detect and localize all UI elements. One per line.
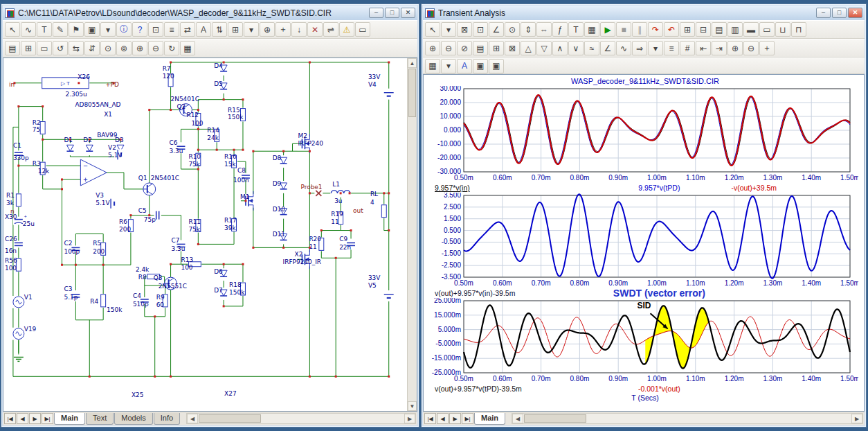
scrollbar-thumb[interactable] [524, 414, 586, 423]
envelope-icon[interactable]: ∿ [616, 41, 631, 55]
smoothing-icon[interactable]: ≈ [584, 41, 599, 55]
legend-item[interactable]: SWDT (vector error) [587, 288, 731, 299]
sheet-view-icon[interactable]: ▦ [180, 41, 195, 55]
grid-toggle-icon[interactable]: ⊞ [489, 41, 504, 55]
vertical-tag-icon[interactable]: ⇕ [521, 22, 536, 37]
wire-mode-icon[interactable]: ∿ [21, 22, 36, 37]
tab-info[interactable]: Info [154, 413, 180, 425]
zoom-out-icon[interactable]: ⊖ [148, 41, 163, 55]
scrollbar-thumb[interactable] [408, 69, 416, 117]
slope-down-icon[interactable]: ↶ [664, 22, 679, 37]
exponent-format-icon[interactable]: # [680, 41, 695, 55]
panel-top-icon[interactable]: ▤ [712, 22, 727, 37]
plot-3[interactable]: 0.50m0.60m0.70m0.80m0.90m1.00m1.10m1.20m… [426, 298, 858, 384]
maximize-button[interactable]: □ [385, 8, 399, 18]
horizontal-axis-icon[interactable]: ⇒ [632, 41, 647, 55]
tab-nav-last-icon[interactable]: ▶| [462, 413, 473, 424]
node-numbers-icon[interactable]: ⊕ [260, 22, 275, 37]
close-button[interactable]: ✕ [401, 8, 415, 18]
zoom-in-icon[interactable]: ⊕ [425, 41, 440, 55]
schematic-titlebar[interactable]: C:\MC11\DATA\Petrov\LDsound\decoder\WASP… [3, 6, 417, 20]
find-repeat-icon[interactable]: ⊚ [116, 41, 132, 55]
zoom-auto-icon[interactable]: ⊘ [457, 41, 472, 55]
tab-nav-next-icon[interactable]: ▶ [29, 413, 41, 424]
scroll-down-icon[interactable]: ▼ [408, 401, 417, 411]
legend-item[interactable]: 9.957*v(tPD) [587, 184, 731, 192]
performance-tag-icon[interactable]: ƒ [552, 22, 568, 37]
expand-plot-icon[interactable]: ⊔ [775, 22, 790, 37]
reverse-icon[interactable]: ⇌ [323, 22, 338, 37]
tab-nav-prev-icon[interactable]: ◀ [17, 413, 28, 424]
text-step-icon[interactable]: ⇅ [212, 22, 227, 37]
add-part-icon[interactable]: ＋ [275, 22, 291, 37]
graphics-mode-icon[interactable]: ✎ [53, 22, 68, 37]
ruler-icon[interactable]: ▽ [536, 41, 552, 55]
zoom-out-icon[interactable]: ⊖ [441, 41, 456, 55]
valley-marker-icon[interactable]: ∨ [568, 41, 584, 55]
stop-icon[interactable]: ■ [616, 22, 631, 37]
pause-icon[interactable]: ∥ [632, 22, 647, 37]
tile-icon[interactable]: ▦ [425, 59, 440, 73]
analysis-titlebar[interactable]: Transient Analysis –□✕ [423, 6, 865, 20]
plot-2[interactable]: 0.50m0.60m0.70m0.80m0.90m1.00m1.10m1.20m… [426, 193, 858, 288]
shrink-cursor-icon[interactable]: ⊖ [743, 41, 759, 55]
last-point-icon[interactable]: ⇥ [712, 41, 727, 55]
component-mode-icon[interactable]: ▣ [84, 22, 100, 37]
tab-main[interactable]: Main [54, 413, 85, 425]
run-icon[interactable]: ▶ [600, 22, 615, 37]
analysis-horizontal-scrollbar[interactable]: ◀ ▶ [512, 413, 863, 424]
region-enable-icon[interactable]: ⊡ [148, 22, 163, 37]
grid-text-icon[interactable]: ⊞ [228, 22, 243, 37]
scale-mode-icon[interactable]: ⊡ [473, 22, 488, 37]
node-snap-icon[interactable]: ⇄ [180, 22, 195, 37]
grid-toggle-icon[interactable]: ⊞ [21, 41, 36, 55]
zoom-in-icon[interactable]: ⊕ [132, 41, 147, 55]
scroll-right-icon[interactable]: ▶ [851, 414, 862, 423]
drc-warning-icon[interactable]: ⚠ [339, 22, 354, 37]
copy-window-icon[interactable]: ▣ [489, 59, 504, 73]
legend-item[interactable]: v(out)+9.957*v(tPD)-39.5m [435, 385, 587, 393]
scroll-left-icon[interactable]: ◀ [512, 414, 523, 423]
delete-icon[interactable]: ✕ [307, 22, 323, 37]
circuit-properties-icon[interactable]: ▤ [5, 41, 20, 55]
single-plot-icon[interactable]: ▬ [743, 22, 759, 37]
tab-nav-first-icon[interactable]: |◀ [4, 413, 16, 424]
copy-page-icon[interactable]: ▣ [473, 59, 488, 73]
mode-dropdown-icon[interactable]: ▾ [441, 22, 456, 37]
minimize-button[interactable]: – [816, 8, 831, 18]
scroll-right-icon[interactable]: ▶ [404, 414, 415, 423]
schematic-horizontal-scrollbar[interactable]: ◀ ▶ [186, 413, 416, 424]
tab-nav-next-icon[interactable]: ▶ [449, 413, 461, 424]
info-mode-icon[interactable]: ⓘ [116, 22, 132, 37]
scroll-left-icon[interactable]: ◀ [187, 414, 198, 423]
tab-main[interactable]: Main [474, 413, 505, 425]
point-tag-icon[interactable]: ⊙ [505, 22, 520, 37]
tab-nav-first-icon[interactable]: |◀ [424, 413, 436, 424]
minimize-button[interactable]: – [369, 8, 383, 18]
help-mode-icon[interactable]: ? [132, 22, 147, 37]
flip-x-icon[interactable]: ⇆ [69, 41, 84, 55]
find-icon[interactable]: ⊙ [100, 41, 116, 55]
slope-up-icon[interactable]: ↷ [648, 22, 663, 37]
numeric-output-icon[interactable]: ≡ [664, 41, 679, 55]
phase-icon[interactable]: ∠ [600, 41, 615, 55]
analysis-limits-icon[interactable]: ▤ [473, 41, 488, 55]
schematic-canvas[interactable]: ▷ T−++X26in+PD2.305uAD8055AN_ADX1R275C13… [3, 58, 407, 411]
scroll-up-icon[interactable]: ▲ [408, 58, 417, 68]
tile-dropdown-icon[interactable]: ▾ [441, 59, 456, 73]
data-points-icon[interactable]: ⊠ [505, 41, 520, 55]
peak-marker-icon[interactable]: ∧ [552, 41, 568, 55]
plot-1[interactable]: 0.50m0.60m0.70m0.80m0.90m1.00m1.10m1.20m… [426, 86, 858, 183]
zoom-window-icon[interactable]: ⊠ [457, 22, 472, 37]
zoom-fit-icon[interactable]: ↻ [164, 41, 179, 55]
close-button[interactable]: ✕ [848, 8, 862, 18]
sink-current-icon[interactable]: ↓ [291, 22, 307, 37]
box-tool-icon[interactable]: ▭ [355, 22, 370, 37]
cursor-mode-icon[interactable]: ∠ [489, 22, 504, 37]
legend-item[interactable]: v(out)+9.957*v(in)-39.5m [435, 289, 587, 297]
rotate-icon[interactable]: ↺ [53, 41, 68, 55]
select-box-icon[interactable]: ▭ [37, 41, 52, 55]
flip-y-icon[interactable]: ⇵ [84, 41, 100, 55]
schematic-vertical-scrollbar[interactable]: ▲ ▼ [407, 58, 417, 411]
options-dropdown-icon[interactable]: ▾ [244, 22, 259, 37]
